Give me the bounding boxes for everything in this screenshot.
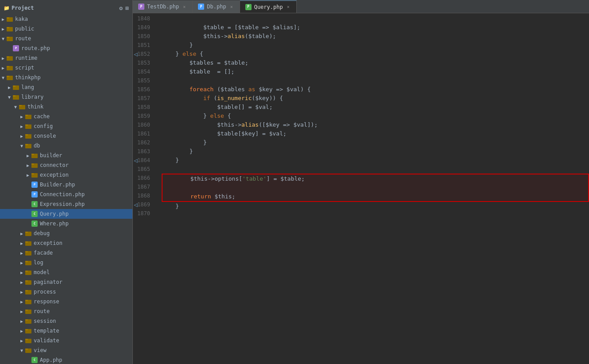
line-number-1867: 1867	[133, 182, 154, 191]
sidebar-item-Expression.php[interactable]: CExpression.php	[0, 199, 132, 209]
tree-arrow-model: ▶	[19, 270, 25, 275]
line-number-1850: 1850	[133, 32, 154, 41]
sidebar-item-process[interactable]: ▶process	[0, 287, 132, 297]
sidebar-item-exception2[interactable]: ▶exception	[0, 238, 132, 248]
sidebar-item-library[interactable]: ▼library	[0, 92, 132, 102]
sidebar-item-facade[interactable]: ▶facade	[0, 248, 132, 258]
sidebar-item-config[interactable]: ▶config	[0, 121, 132, 131]
file-icon-think	[19, 103, 26, 110]
line-num-text: 1870	[137, 209, 150, 218]
sidebar-item-template[interactable]: ▶template	[0, 326, 132, 336]
sidebar-item-validate[interactable]: ▶validate	[0, 336, 132, 345]
sidebar-item-model[interactable]: ▶model	[0, 267, 132, 277]
sidebar-item-Query.php[interactable]: CQuery.php	[0, 209, 132, 219]
tab-close-db[interactable]: ×	[229, 4, 234, 10]
tree-arrow-validate: ▶	[19, 338, 25, 343]
tree-arrow-builder: ▶	[25, 153, 31, 158]
tab-icon-query: P	[245, 4, 252, 10]
file-icon-session	[25, 318, 32, 325]
editor-area: PTestDb.php×PDb.php×PQuery.php× 18481849…	[133, 0, 589, 364]
code-content[interactable]: $table = [$table => $alias]; $this->alia…	[157, 13, 589, 364]
sidebar-item-think[interactable]: ▼think	[0, 102, 132, 112]
sidebar-item-cache[interactable]: ▶cache	[0, 112, 132, 121]
sidebar-item-public[interactable]: ▶public	[0, 24, 132, 34]
file-icon-App.php: C	[31, 356, 38, 364]
file-icon-Connection.php: P	[31, 191, 38, 198]
file-icon-Query.php: C	[31, 210, 38, 217]
sidebar-item-exception[interactable]: ▶exception	[0, 170, 132, 180]
tree-arrow-db: ▼	[19, 143, 25, 148]
sidebar-item-view[interactable]: ▼view	[0, 345, 132, 355]
code-line-1855	[162, 76, 589, 85]
sidebar-settings-icon[interactable]: ⚙	[119, 5, 123, 12]
svg-rect-9	[7, 66, 9, 67]
tab-testdb[interactable]: PTestDb.php×	[133, 0, 193, 13]
svg-rect-7	[7, 56, 9, 58]
sidebar-item-script[interactable]: ▶script	[0, 63, 132, 73]
line-num-text: 1855	[137, 76, 150, 85]
file-icon-response	[25, 298, 32, 305]
sidebar-item-thinkphp[interactable]: ▼thinkphp	[0, 73, 132, 82]
svg-rect-39	[25, 261, 28, 262]
svg-rect-5	[7, 37, 9, 38]
sidebar-item-label-App.php: App.php	[40, 357, 62, 363]
code-line-1863: }	[162, 147, 589, 156]
sidebar-item-debug[interactable]: ▶debug	[0, 228, 132, 238]
tree-arrow-view: ▼	[19, 348, 25, 353]
line-number-1858: 1858	[133, 103, 154, 112]
sidebar-item-runtime[interactable]: ▶runtime	[0, 53, 132, 63]
line-number-1863: 1863	[133, 147, 154, 156]
tab-close-testdb[interactable]: ×	[182, 4, 187, 10]
file-icon-route2	[25, 308, 32, 315]
highlight-block: $this->options['table'] = $table; return…	[162, 174, 589, 202]
sidebar-item-label-session: session	[34, 318, 56, 324]
sidebar-item-route.php[interactable]: Proute.php	[0, 43, 132, 53]
sidebar-item-connector[interactable]: ▶connector	[0, 160, 132, 170]
sidebar-item-lang[interactable]: ▶lang	[0, 82, 132, 92]
code-line-1850: $this->alias($table);	[162, 32, 589, 41]
line-num-text: 1858	[137, 103, 150, 112]
tab-close-query[interactable]: ×	[286, 4, 291, 10]
code-line-1854: $table = [];	[162, 67, 589, 76]
sidebar-item-builder[interactable]: ▶builder	[0, 151, 132, 160]
sidebar-item-paginator[interactable]: ▶paginator	[0, 277, 132, 287]
code-editor[interactable]: 1848184918501851◁18521853185418551856185…	[133, 13, 589, 364]
sidebar-item-label-validate: validate	[34, 337, 59, 344]
sidebar-item-log[interactable]: ▶log	[0, 258, 132, 267]
sidebar-item-label-Builder.php: Builder.php	[40, 182, 75, 188]
file-icon-db	[25, 142, 32, 149]
svg-rect-27	[31, 154, 34, 155]
sidebar-item-label-view: view	[34, 347, 46, 353]
sidebar-item-route[interactable]: ▼route	[0, 34, 132, 43]
sidebar-item-session[interactable]: ▶session	[0, 316, 132, 326]
sidebar-item-db[interactable]: ▼db	[0, 141, 132, 151]
sidebar-item-Builder.php[interactable]: PBuilder.php	[0, 180, 132, 190]
line-num-text: 1862	[137, 138, 150, 147]
tab-bar: PTestDb.php×PDb.php×PQuery.php×	[133, 0, 589, 13]
sidebar-item-route2[interactable]: ▶route	[0, 306, 132, 316]
tree-arrow-debug: ▶	[19, 231, 25, 236]
svg-rect-47	[25, 300, 28, 301]
code-line-1851: }	[162, 41, 589, 50]
line-number-1868: 1868	[133, 191, 154, 200]
sidebar-item-kaka[interactable]: ▶kaka	[0, 14, 132, 24]
sidebar-item-label-debug: debug	[34, 230, 50, 236]
tab-db[interactable]: PDb.php×	[193, 0, 240, 13]
line-number-1848: 1848	[133, 14, 154, 23]
tree-arrow-template: ▶	[19, 329, 25, 333]
tab-query[interactable]: PQuery.php×	[240, 0, 297, 13]
svg-rect-49	[25, 310, 28, 311]
sidebar-item-response[interactable]: ▶response	[0, 297, 132, 306]
sidebar-item-Connection.php[interactable]: PConnection.php	[0, 190, 132, 199]
sidebar-item-App.php[interactable]: CApp.php	[0, 355, 132, 364]
tree-arrow-console: ▶	[19, 134, 25, 139]
svg-rect-21	[25, 124, 28, 126]
code-line-1860: $this->alias([$key => $val]);	[162, 120, 589, 129]
line-number-1849: 1849	[133, 23, 154, 32]
line-num-text: 1857	[137, 94, 150, 103]
code-line-1866: $this->options['table'] = $table;	[163, 174, 588, 183]
sidebar-item-console[interactable]: ▶console	[0, 131, 132, 141]
sidebar-layout-icon[interactable]: ⊞	[125, 5, 129, 12]
sidebar-item-label-kaka: kaka	[15, 16, 28, 22]
sidebar-item-Where.php[interactable]: CWhere.php	[0, 219, 132, 228]
